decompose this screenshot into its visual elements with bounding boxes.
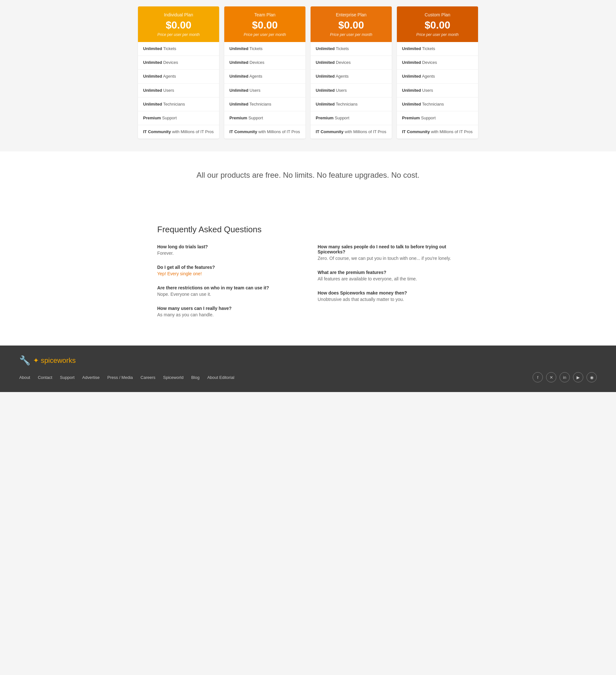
- footer-link[interactable]: Careers: [141, 375, 155, 380]
- value-prop-section: All our products are free. No limits. No…: [0, 151, 616, 199]
- faq-container: Frequently Asked Questions How long do t…: [138, 212, 478, 346]
- feature-bold: Unlimited: [316, 88, 335, 93]
- feature-bold: Unlimited: [143, 60, 162, 65]
- linkedin-icon[interactable]: in: [559, 372, 570, 382]
- feature-rest: Support: [334, 116, 350, 120]
- feature-item: IT Community with Millions of IT Pros: [311, 125, 392, 139]
- feature-bold: IT Community: [402, 129, 430, 134]
- footer-link[interactable]: Press / Media: [107, 375, 133, 380]
- card-subtitle-team: Price per user per month: [229, 32, 300, 37]
- faq-question: What are the premium features?: [318, 270, 459, 275]
- footer-logo-text: ✦ spiceworks: [33, 357, 76, 365]
- feature-rest: Technicians: [335, 102, 358, 106]
- faq-question: How does Spiceworks make money then?: [318, 290, 459, 295]
- feature-bold: Unlimited: [229, 88, 248, 93]
- feature-bold: Unlimited: [229, 102, 248, 106]
- feature-item: Unlimited Tickets: [311, 42, 392, 56]
- feature-bold: Premium: [402, 116, 420, 120]
- card-features-individual: Unlimited Tickets Unlimited Devices Unli…: [138, 42, 219, 139]
- feature-bold: Unlimited: [143, 102, 162, 106]
- card-title-individual: Individual Plan: [143, 12, 214, 17]
- faq-answer: Unobtrusive ads that actually matter to …: [318, 297, 459, 302]
- faq-answer: Nope. Everyone can use it.: [157, 292, 298, 297]
- rss-icon[interactable]: ◉: [587, 372, 597, 382]
- twitter-x-icon[interactable]: ✕: [546, 372, 556, 382]
- feature-rest: Agents: [248, 74, 262, 79]
- feature-item: Unlimited Users: [311, 84, 392, 97]
- pricing-card-enterprise: Enterprise Plan $0.00 Price per user per…: [311, 6, 392, 139]
- feature-rest: Tickets: [248, 46, 262, 51]
- feature-rest: Agents: [162, 74, 176, 79]
- feature-item: IT Community with Millions of IT Pros: [397, 125, 478, 139]
- feature-rest: Devices: [248, 60, 264, 65]
- faq-item: How long do trials last? Forever.: [157, 244, 298, 256]
- footer-nav: AboutContactSupportAdvertisePress / Medi…: [19, 372, 597, 382]
- pricing-card-custom: Custom Plan $0.00 Price per user per mon…: [397, 6, 478, 139]
- feature-item: Unlimited Agents: [397, 70, 478, 83]
- faq-section: Frequently Asked Questions How long do t…: [0, 199, 616, 346]
- feature-bold: Unlimited: [316, 60, 335, 65]
- card-header-enterprise: Enterprise Plan $0.00 Price per user per…: [311, 6, 392, 42]
- feature-item: Unlimited Devices: [224, 56, 305, 70]
- faq-item: How many sales people do I need to talk …: [318, 244, 459, 261]
- faq-answer: Zero. Of course, we can put you in touch…: [318, 256, 459, 261]
- footer-link[interactable]: About Editorial: [207, 375, 235, 380]
- faq-answer: As many as you can handle.: [157, 312, 298, 317]
- feature-item: Unlimited Devices: [397, 56, 478, 70]
- feature-rest: with Millions of IT Pros: [430, 129, 473, 134]
- feature-bold: Unlimited: [229, 46, 248, 51]
- feature-rest: Support: [247, 116, 263, 120]
- feature-bold: IT Community: [316, 129, 343, 134]
- feature-item: Unlimited Agents: [138, 70, 219, 83]
- feature-bold: Unlimited: [402, 88, 421, 93]
- feature-item: Unlimited Agents: [224, 70, 305, 83]
- footer-link[interactable]: Support: [60, 375, 75, 380]
- faq-question: Are there restrictions on who in my team…: [157, 285, 298, 290]
- feature-bold: Unlimited: [402, 74, 421, 79]
- footer-link[interactable]: Advertise: [82, 375, 99, 380]
- feature-rest: Users: [248, 88, 260, 93]
- feature-item: IT Community with Millions of IT Pros: [224, 125, 305, 139]
- card-title-team: Team Plan: [229, 12, 300, 17]
- feature-bold: Unlimited: [229, 74, 248, 79]
- faq-item: Do I get all of the features? Yep! Every…: [157, 265, 298, 276]
- card-subtitle-custom: Price per user per month: [402, 32, 473, 37]
- feature-rest: Tickets: [162, 46, 176, 51]
- footer-link[interactable]: About: [19, 375, 30, 380]
- faq-answer: Forever.: [157, 250, 298, 256]
- pricing-card-team: Team Plan $0.00 Price per user per month…: [224, 6, 305, 139]
- faq-question: Do I get all of the features?: [157, 265, 298, 270]
- footer: 🔧 ✦ spiceworks AboutContactSupportAdvert…: [0, 346, 616, 392]
- footer-link[interactable]: Spiceworld: [163, 375, 183, 380]
- feature-item: Unlimited Technicians: [397, 97, 478, 111]
- feature-rest: Users: [421, 88, 433, 93]
- card-title-custom: Custom Plan: [402, 12, 473, 17]
- feature-rest: Support: [420, 116, 436, 120]
- facebook-icon[interactable]: f: [533, 372, 543, 382]
- faq-grid: How long do trials last? Forever. Do I g…: [157, 244, 459, 326]
- feature-item: Unlimited Technicians: [311, 97, 392, 111]
- feature-item: Unlimited Technicians: [138, 97, 219, 111]
- youtube-icon[interactable]: ▶: [573, 372, 583, 382]
- footer-link[interactable]: Contact: [38, 375, 52, 380]
- feature-item: Premium Support: [397, 111, 478, 125]
- spiceworks-logo-icon: 🔧: [19, 355, 30, 366]
- feature-bold: Unlimited: [316, 102, 335, 106]
- card-features-team: Unlimited Tickets Unlimited Devices Unli…: [224, 42, 305, 139]
- faq-item: How does Spiceworks make money then? Uno…: [318, 290, 459, 302]
- feature-item: Unlimited Devices: [138, 56, 219, 70]
- feature-rest: Users: [162, 88, 174, 93]
- value-prop-text: All our products are free. No limits. No…: [6, 171, 610, 180]
- card-title-enterprise: Enterprise Plan: [316, 12, 387, 17]
- feature-item: Unlimited Users: [138, 84, 219, 97]
- feature-rest: with Millions of IT Pros: [343, 129, 386, 134]
- feature-rest: Devices: [335, 60, 351, 65]
- social-icons: f✕in▶◉: [533, 372, 597, 382]
- faq-left-col: How long do trials last? Forever. Do I g…: [157, 244, 298, 326]
- faq-question: How many sales people do I need to talk …: [318, 244, 459, 254]
- feature-bold: IT Community: [143, 129, 171, 134]
- card-price-custom: $0.00: [402, 19, 473, 31]
- feature-bold: Unlimited: [402, 60, 421, 65]
- footer-link[interactable]: Blog: [191, 375, 200, 380]
- feature-item: Unlimited Users: [397, 84, 478, 97]
